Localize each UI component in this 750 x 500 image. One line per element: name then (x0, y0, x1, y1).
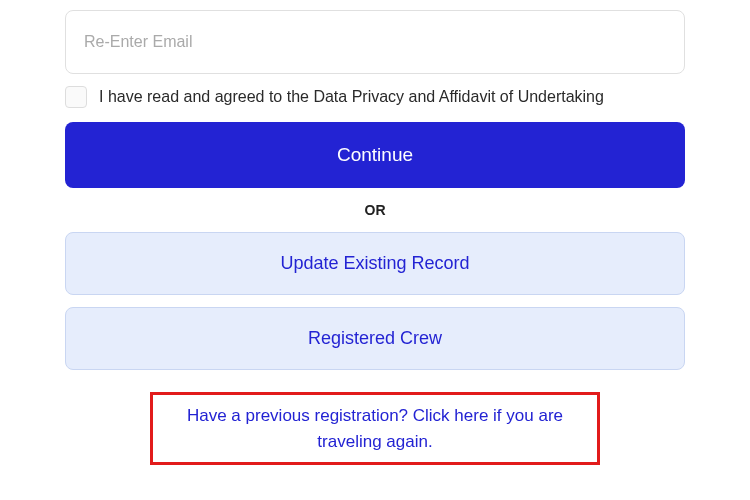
or-divider: OR (65, 202, 685, 218)
update-existing-record-button[interactable]: Update Existing Record (65, 232, 685, 295)
reenter-email-field[interactable] (65, 10, 685, 74)
previous-registration-box: Have a previous registration? Click here… (150, 392, 600, 465)
registered-crew-button[interactable]: Registered Crew (65, 307, 685, 370)
privacy-checkbox-row: I have read and agreed to the Data Priva… (65, 86, 685, 108)
previous-registration-link[interactable]: Have a previous registration? Click here… (187, 406, 563, 451)
continue-button[interactable]: Continue (65, 122, 685, 188)
privacy-checkbox-label: I have read and agreed to the Data Priva… (99, 88, 604, 106)
privacy-checkbox[interactable] (65, 86, 87, 108)
